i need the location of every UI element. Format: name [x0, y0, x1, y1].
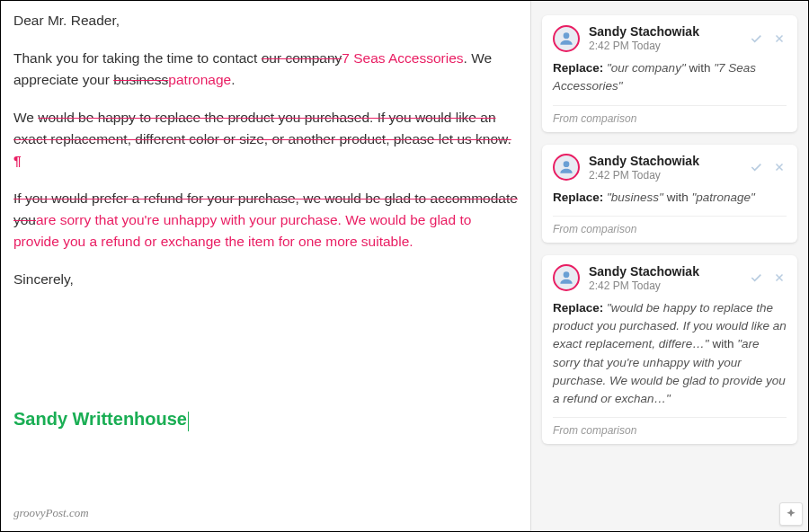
svg-point-1 [564, 161, 570, 167]
document-editor[interactable]: Dear Mr. Reader, Thank you for taking th… [1, 1, 531, 531]
svg-point-0 [564, 32, 570, 39]
closing: Sincerely, [13, 269, 518, 290]
text: Thank you for taking the time to contact [13, 50, 262, 66]
author-block: Sandy Stachowiak 2:42 PM Today [589, 154, 749, 182]
replace-label: Replace: [553, 191, 603, 204]
comment-source: From comparison [553, 417, 787, 437]
inserted-text: are sorry that you're unhappy with your … [13, 212, 471, 249]
text: We [13, 110, 38, 125]
reject-button[interactable] [772, 31, 787, 46]
accept-button[interactable] [749, 160, 763, 174]
comment-card[interactable]: Sandy Stachowiak 2:42 PM Today Replace: … [542, 255, 797, 445]
sparkle-icon [784, 507, 798, 521]
avatar [553, 154, 580, 181]
person-icon [557, 30, 575, 48]
with-word: with [712, 337, 733, 350]
comment-body: Replace: "our company" with "7 Seas Acce… [553, 59, 787, 96]
paragraph-2: We would be happy to replace the product… [13, 107, 518, 172]
comment-header: Sandy Stachowiak 2:42 PM Today [553, 264, 787, 292]
author-name: Sandy Stachowiak [589, 24, 749, 39]
paragraph-3: If you would prefer a refund for your pu… [13, 188, 518, 253]
with-word: with [667, 191, 689, 204]
replace-label: Replace: [553, 61, 603, 75]
signature: Sandy Writtenhouse [13, 405, 187, 433]
accept-button[interactable] [749, 270, 763, 285]
old-text: "our company" [607, 61, 686, 75]
comment-header: Sandy Stachowiak 2:42 PM Today [553, 154, 787, 182]
deleted-text: would be happy to replace the product yo… [13, 110, 511, 146]
reject-button[interactable] [772, 270, 787, 285]
with-word: with [689, 61, 710, 75]
author-name: Sandy Stachowiak [589, 264, 749, 279]
replace-label: Replace: [553, 301, 603, 315]
author-name: Sandy Stachowiak [589, 154, 749, 168]
new-text: "patronage" [691, 191, 754, 204]
author-block: Sandy Stachowiak 2:42 PM Today [589, 264, 749, 292]
salutation: Dear Mr. Reader, [13, 10, 518, 31]
avatar [553, 264, 580, 291]
comment-source: From comparison [553, 216, 787, 235]
inserted-text: patronage [168, 72, 231, 87]
reject-button[interactable] [772, 160, 787, 174]
accept-button[interactable] [749, 31, 763, 46]
comments-panel[interactable]: Sandy Stachowiak 2:42 PM Today Replace: … [531, 1, 808, 531]
timestamp: 2:42 PM Today [589, 169, 749, 182]
comment-source: From comparison [553, 105, 787, 125]
text: . [409, 234, 413, 249]
timestamp: 2:42 PM Today [589, 279, 749, 292]
person-icon [557, 158, 575, 176]
timestamp: 2:42 PM Today [589, 40, 749, 52]
text-cursor [188, 412, 189, 431]
pilcrow-icon: ¶ [13, 153, 22, 168]
comment-card[interactable]: Sandy Stachowiak 2:42 PM Today Replace: … [542, 15, 797, 132]
inserted-text: 7 Seas Accessories [342, 50, 463, 66]
watermark: groovyPost.com [13, 504, 89, 522]
comment-card[interactable]: Sandy Stachowiak 2:42 PM Today Replace: … [542, 145, 797, 243]
paragraph-1: Thank you for taking the time to contact… [13, 48, 518, 91]
comment-body: Replace: "would be happy to replace the … [553, 299, 787, 409]
explore-button[interactable] [779, 502, 803, 526]
text: . [231, 72, 235, 87]
person-icon [557, 269, 575, 287]
comment-header: Sandy Stachowiak 2:42 PM Today [553, 24, 787, 52]
svg-point-2 [564, 272, 570, 279]
comment-body: Replace: "business" with "patronage" [553, 189, 787, 207]
deleted-text: business [113, 72, 168, 87]
deleted-text: our company [262, 50, 342, 66]
avatar [553, 25, 580, 52]
old-text: "business" [607, 191, 663, 204]
author-block: Sandy Stachowiak 2:42 PM Today [589, 24, 749, 52]
